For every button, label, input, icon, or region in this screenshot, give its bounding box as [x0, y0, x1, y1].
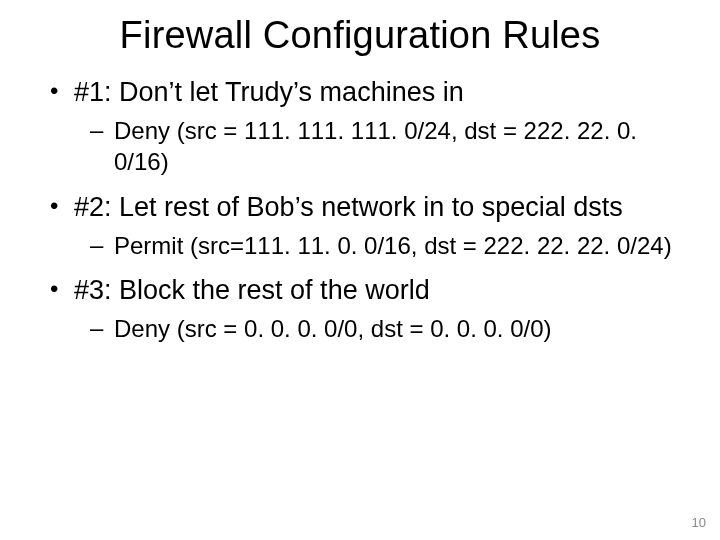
slide: Firewall Configuration Rules #1: Don’t l…: [0, 0, 720, 540]
content-area: #1: Don’t let Trudy’s machines in Deny (…: [0, 75, 720, 345]
sub-list: Deny (src = 0. 0. 0. 0/0, dst = 0. 0. 0.…: [74, 313, 692, 345]
bullet-text: #1: Don’t let Trudy’s machines in: [74, 77, 464, 107]
sub-list: Permit (src=111. 11. 0. 0/16, dst = 222.…: [74, 230, 692, 262]
sub-bullet-text: Deny (src = 111. 111. 111. 0/24, dst = 2…: [114, 117, 637, 176]
bullet-text: #2: Let rest of Bob’s network in to spec…: [74, 192, 623, 222]
list-item: #2: Let rest of Bob’s network in to spec…: [48, 190, 692, 261]
bullet-list: #1: Don’t let Trudy’s machines in Deny (…: [48, 75, 692, 345]
list-item: #3: Block the rest of the world Deny (sr…: [48, 273, 692, 344]
sub-list: Deny (src = 111. 111. 111. 0/24, dst = 2…: [74, 115, 692, 178]
list-item: #1: Don’t let Trudy’s machines in Deny (…: [48, 75, 692, 178]
sub-list-item: Permit (src=111. 11. 0. 0/16, dst = 222.…: [84, 230, 692, 262]
bullet-text: #3: Block the rest of the world: [74, 275, 430, 305]
page-title: Firewall Configuration Rules: [0, 0, 720, 63]
sub-list-item: Deny (src = 111. 111. 111. 0/24, dst = 2…: [84, 115, 692, 178]
page-number: 10: [692, 515, 706, 530]
sub-bullet-text: Permit (src=111. 11. 0. 0/16, dst = 222.…: [114, 232, 672, 259]
sub-list-item: Deny (src = 0. 0. 0. 0/0, dst = 0. 0. 0.…: [84, 313, 692, 345]
sub-bullet-text: Deny (src = 0. 0. 0. 0/0, dst = 0. 0. 0.…: [114, 315, 552, 342]
